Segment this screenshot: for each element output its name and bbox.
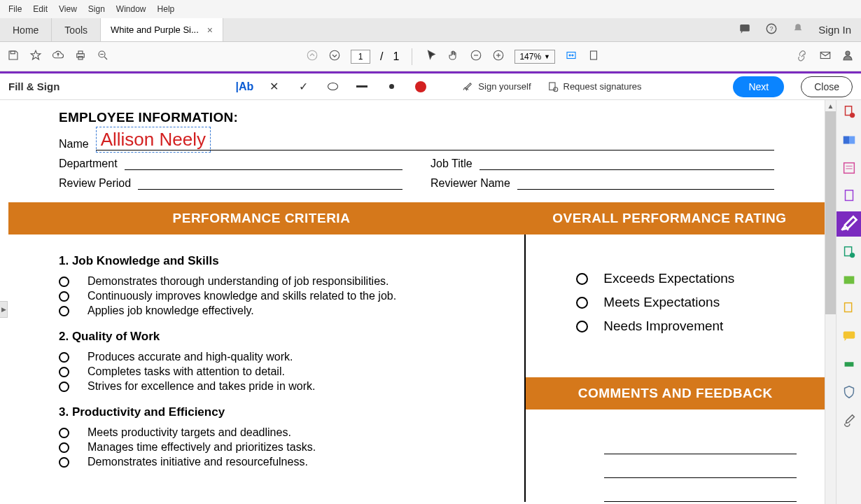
menu-view[interactable]: View: [53, 1, 83, 17]
left-panel-expander[interactable]: ▶: [0, 301, 8, 318]
zoom-minus-icon[interactable]: [470, 49, 482, 64]
radio-icon[interactable]: [576, 321, 588, 332]
zoom-out-icon[interactable]: [97, 49, 109, 64]
svg-rect-34: [844, 303, 851, 312]
rail-combine-icon[interactable]: [841, 132, 857, 148]
radio-icon[interactable]: [59, 367, 69, 377]
cloud-upload-icon[interactable]: [52, 49, 64, 64]
radio-icon[interactable]: [59, 382, 69, 392]
rail-fill-sign-icon[interactable]: [836, 211, 862, 237]
rail-comment-icon[interactable]: [841, 328, 857, 344]
text-tool-icon[interactable]: |Ab: [237, 80, 251, 94]
mail-icon[interactable]: [819, 49, 832, 64]
reviewer-name-field-line[interactable]: [517, 174, 774, 190]
rail-more-tools-icon[interactable]: [841, 412, 857, 428]
radio-icon[interactable]: [576, 273, 588, 285]
rail-create-pdf-icon[interactable]: [841, 104, 857, 120]
svg-rect-18: [591, 51, 597, 59]
criteria-item-text: Manages time effectively and prioritizes…: [88, 441, 316, 454]
document-viewport: EMPLOYEE INFORMATION: Name Allison Neely…: [8, 100, 825, 504]
rating-option-text: Needs Improvement: [603, 318, 723, 334]
print-icon[interactable]: [74, 49, 87, 64]
rail-export-icon[interactable]: [841, 188, 857, 204]
radio-icon[interactable]: [59, 428, 69, 438]
page-total: 1: [393, 50, 399, 63]
rail-print-icon[interactable]: [841, 356, 857, 372]
sign-yourself-button[interactable]: Sign yourself: [461, 80, 531, 93]
main-toolbar: / 1 147% ▼: [0, 42, 861, 71]
radio-icon[interactable]: [59, 276, 69, 287]
zoom-plus-icon[interactable]: [492, 49, 505, 64]
svg-rect-27: [844, 163, 854, 174]
menu-file[interactable]: File: [3, 1, 27, 17]
svg-rect-4: [77, 53, 85, 57]
star-icon[interactable]: [29, 49, 42, 64]
criteria-item-text: Demonstrates thorough understanding of j…: [88, 275, 388, 288]
svg-rect-25: [843, 136, 848, 144]
tab-tools[interactable]: Tools: [52, 18, 101, 41]
fit-page-icon[interactable]: [587, 49, 600, 64]
menu-help[interactable]: Help: [152, 1, 181, 17]
department-field-line[interactable]: [125, 155, 402, 170]
menu-window[interactable]: Window: [111, 1, 152, 17]
tab-document[interactable]: White and Purple Si... ×: [101, 18, 223, 41]
radio-icon[interactable]: [59, 306, 69, 316]
bell-icon[interactable]: [792, 22, 804, 38]
comments-header: COMMENTS AND FEEDBACK: [526, 377, 825, 410]
scrollbar-thumb[interactable]: [825, 111, 836, 314]
person-icon[interactable]: [841, 49, 854, 64]
page-up-icon[interactable]: [306, 49, 318, 64]
circle-tool-icon[interactable]: [326, 80, 340, 94]
criteria-item-text: Completes tasks with attention to detail…: [88, 365, 285, 378]
radio-icon[interactable]: [576, 297, 588, 309]
department-label: Department: [59, 158, 118, 170]
comment-line[interactable]: [604, 454, 797, 478]
reviewer-name-label: Reviewer Name: [430, 177, 510, 190]
tab-home[interactable]: Home: [0, 18, 52, 41]
fit-width-icon[interactable]: [565, 49, 578, 64]
typed-name-text[interactable]: Allison Neely: [101, 129, 206, 150]
svg-point-32: [849, 253, 854, 258]
help-icon[interactable]: ?: [765, 22, 778, 38]
menu-bar: File Edit View Sign Window Help: [0, 0, 861, 18]
chat-icon[interactable]: [738, 22, 751, 38]
job-title-field-line[interactable]: [479, 155, 774, 170]
rail-compress-icon[interactable]: [841, 272, 857, 288]
radio-icon[interactable]: [59, 457, 69, 468]
menu-edit[interactable]: Edit: [27, 1, 53, 17]
close-button[interactable]: Close: [801, 76, 853, 97]
comment-line[interactable]: [604, 430, 797, 454]
page-down-icon[interactable]: [328, 49, 341, 64]
review-period-field-line[interactable]: [138, 174, 402, 190]
check-tool-icon[interactable]: ✓: [296, 80, 310, 94]
menu-sign[interactable]: Sign: [83, 1, 111, 17]
cross-tool-icon[interactable]: ✕: [267, 80, 281, 94]
dot-tool-icon[interactable]: [384, 80, 398, 94]
page-separator: /: [380, 50, 383, 63]
vertical-scrollbar[interactable]: ▲: [825, 100, 836, 504]
svg-rect-5: [78, 51, 83, 54]
hand-icon[interactable]: [447, 49, 460, 64]
page-number-input[interactable]: [351, 50, 370, 64]
rail-organize-icon[interactable]: [841, 244, 857, 260]
close-icon[interactable]: ×: [207, 24, 213, 36]
radio-icon[interactable]: [59, 291, 69, 302]
radio-icon[interactable]: [59, 442, 69, 453]
request-signatures-button[interactable]: Request signatures: [547, 80, 642, 93]
line-tool-icon[interactable]: [355, 80, 369, 94]
radio-icon[interactable]: [59, 352, 69, 363]
rail-redact-icon[interactable]: [841, 300, 857, 316]
rail-edit-icon[interactable]: [841, 160, 857, 176]
zoom-select[interactable]: 147% ▼: [514, 50, 555, 64]
cursor-icon[interactable]: [425, 49, 438, 64]
comment-line[interactable]: [604, 478, 797, 502]
rail-protect-icon[interactable]: [841, 384, 857, 400]
next-button[interactable]: Next: [733, 76, 784, 97]
scroll-up-icon[interactable]: ▲: [825, 100, 836, 111]
red-dot-tool-icon[interactable]: [414, 80, 428, 94]
name-field-line[interactable]: Allison Neely: [96, 135, 774, 150]
criteria-item-text: Continuously improves knowledge and skil…: [88, 290, 396, 302]
save-icon[interactable]: [7, 49, 20, 64]
sign-in-link[interactable]: Sign In: [818, 24, 851, 36]
link-icon[interactable]: [797, 49, 809, 64]
